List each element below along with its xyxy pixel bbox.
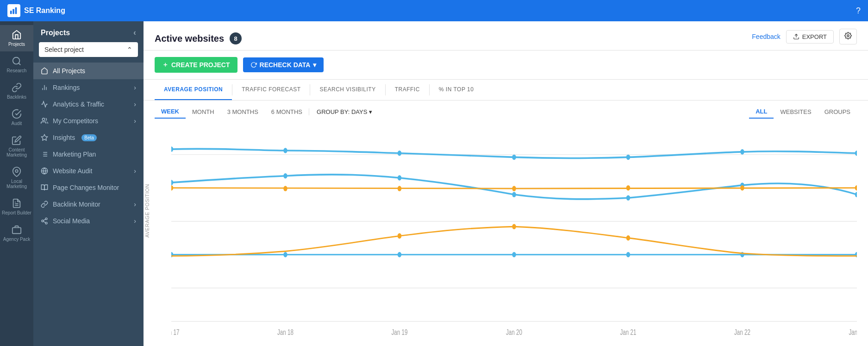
export-button[interactable]: EXPORT bbox=[786, 30, 834, 44]
svg-line-4 bbox=[19, 63, 20, 65]
content-header-right: Feedback EXPORT bbox=[752, 29, 857, 50]
svg-point-58 bbox=[626, 195, 630, 201]
y-axis-label: AVERAGE POSITION bbox=[144, 184, 150, 238]
create-project-button[interactable]: ＋ CREATE PROJECT bbox=[155, 57, 237, 73]
svg-point-57 bbox=[512, 192, 516, 197]
recheck-data-button[interactable]: RECHECK DATA ▾ bbox=[243, 57, 324, 72]
nav-item-report-builder[interactable]: Report Builder bbox=[0, 194, 33, 220]
sidebar-item-all-projects[interactable]: All Projects bbox=[33, 63, 144, 79]
svg-text:Jan 20: Jan 20 bbox=[506, 328, 522, 336]
content-header-left: Active websites 8 bbox=[155, 32, 242, 50]
svg-point-5 bbox=[15, 170, 18, 172]
chart-tab-search-visibility[interactable]: SEARCH VISIBILITY bbox=[310, 80, 385, 100]
svg-line-25 bbox=[44, 221, 46, 223]
recheck-data-label: RECHECK DATA bbox=[260, 61, 311, 69]
select-project-dropdown[interactable]: Select project ⌃ bbox=[39, 42, 138, 57]
svg-point-23 bbox=[42, 220, 44, 222]
svg-point-63 bbox=[398, 186, 401, 191]
nav-item-backlinks[interactable]: Backlinks bbox=[0, 78, 33, 104]
svg-text:Jan 19: Jan 19 bbox=[392, 328, 408, 336]
settings-button[interactable] bbox=[839, 29, 857, 44]
sidebar-item-label: Analytics & Traffic bbox=[53, 101, 104, 108]
nav-item-audit[interactable]: Audit bbox=[0, 104, 33, 131]
nav-label-projects: Projects bbox=[8, 42, 25, 47]
svg-point-77 bbox=[626, 235, 630, 241]
sidebar-item-page-changes-monitor[interactable]: Page Changes Monitor bbox=[33, 179, 144, 196]
nav-item-local-marketing[interactable]: Local Marketing bbox=[0, 162, 33, 194]
svg-point-61 bbox=[171, 185, 173, 191]
sidebar-item-my-competitors[interactable]: My Competitors › bbox=[33, 113, 144, 129]
svg-point-3 bbox=[13, 57, 20, 64]
sidebar-item-website-audit[interactable]: Website Audit › bbox=[33, 163, 144, 179]
svg-point-49 bbox=[398, 151, 401, 156]
svg-point-51 bbox=[626, 155, 630, 160]
svg-point-64 bbox=[512, 186, 516, 191]
help-icon[interactable]: ? bbox=[856, 6, 861, 16]
sidebar-item-backlink-monitor[interactable]: Backlink Monitor › bbox=[33, 196, 144, 213]
chevron-right-icon: › bbox=[134, 201, 136, 208]
chart-tab-traffic-forecast[interactable]: TRAFFIC FORECAST bbox=[232, 80, 310, 100]
svg-rect-8 bbox=[12, 227, 21, 233]
beta-badge: Beta bbox=[81, 134, 97, 141]
nav-label-content-marketing: Content Marketing bbox=[2, 147, 31, 157]
svg-marker-13 bbox=[41, 134, 47, 140]
svg-point-65 bbox=[626, 185, 630, 191]
sidebar-item-label: Social Media bbox=[53, 217, 90, 225]
sidebar-item-marketing-plan[interactable]: Marketing Plan bbox=[33, 146, 144, 163]
view-filters: ALL WEBSITES GROUPS bbox=[749, 105, 857, 119]
group-by-selector[interactable]: GROUP BY: DAYS ▾ bbox=[309, 108, 380, 115]
time-filter-3months[interactable]: 3 MONTHS bbox=[221, 106, 265, 118]
chart-svg: 50 100 150 200 250 Jan 17 Jan 18 Jan 19 … bbox=[171, 128, 857, 341]
nav-item-content-marketing[interactable]: Content Marketing bbox=[0, 131, 33, 162]
svg-point-54 bbox=[171, 180, 173, 185]
nav-item-projects[interactable]: Projects bbox=[0, 25, 33, 51]
sidebar-collapse-icon[interactable]: ‹ bbox=[133, 28, 136, 38]
view-filter-groups[interactable]: GROUPS bbox=[818, 106, 857, 118]
svg-text:Jan 21: Jan 21 bbox=[620, 328, 637, 336]
time-filters: WEEK MONTH 3 MONTHS 6 MONTHS GROUP BY: D… bbox=[155, 105, 380, 119]
sidebar-item-label: All Projects bbox=[53, 67, 85, 75]
sidebar-item-label: My Competitors bbox=[53, 117, 98, 125]
sidebar-item-analytics-traffic[interactable]: Analytics & Traffic › bbox=[33, 96, 144, 113]
sidebar-item-rankings[interactable]: Rankings › bbox=[33, 79, 144, 96]
sidebar-item-insights[interactable]: Insights Beta bbox=[33, 129, 144, 146]
svg-point-62 bbox=[283, 186, 287, 191]
chart-tab-top10[interactable]: % IN TOP 10 bbox=[430, 80, 483, 100]
feedback-link[interactable]: Feedback bbox=[752, 33, 780, 40]
chart-tabs: AVERAGE POSITION TRAFFIC FORECAST SEARCH… bbox=[144, 80, 868, 101]
sidebar-title: Projects bbox=[41, 29, 70, 37]
svg-point-56 bbox=[398, 175, 401, 181]
nav-label-research: Research bbox=[7, 68, 27, 73]
page-title: Active websites bbox=[155, 33, 224, 50]
view-filter-all[interactable]: ALL bbox=[749, 105, 774, 119]
svg-rect-1 bbox=[12, 9, 14, 14]
chart-tab-traffic[interactable]: TRAFFIC bbox=[386, 80, 429, 100]
time-filter-month[interactable]: MONTH bbox=[186, 106, 221, 118]
chevron-down-icon: ▾ bbox=[313, 61, 316, 69]
content-header: Active websites 8 Feedback EXPORT bbox=[144, 21, 868, 50]
view-filter-websites[interactable]: WEBSITES bbox=[774, 106, 818, 118]
sidebar-item-label: Website Audit bbox=[53, 167, 92, 175]
time-filter-6months[interactable]: 6 MONTHS bbox=[265, 106, 309, 118]
svg-text:Jan 22: Jan 22 bbox=[734, 328, 750, 336]
svg-rect-2 bbox=[15, 7, 17, 14]
nav-item-research[interactable]: Research bbox=[0, 51, 33, 78]
time-filter-week[interactable]: WEEK bbox=[155, 105, 186, 119]
nav-label-report-builder: Report Builder bbox=[2, 210, 31, 215]
svg-point-75 bbox=[398, 233, 401, 239]
chevron-right-icon: › bbox=[134, 84, 136, 91]
chart-tab-avg-position[interactable]: AVERAGE POSITION bbox=[155, 80, 232, 100]
svg-point-67 bbox=[855, 185, 857, 191]
svg-point-48 bbox=[283, 148, 287, 153]
svg-point-76 bbox=[512, 224, 516, 229]
sidebar-header: Projects ‹ bbox=[33, 21, 144, 42]
main-content: Active websites 8 Feedback EXPORT ＋ CREA… bbox=[144, 21, 868, 346]
sidebar: Projects ‹ Select project ⌃ All Projects… bbox=[33, 21, 144, 346]
svg-point-70 bbox=[398, 252, 401, 258]
svg-point-53 bbox=[855, 151, 857, 156]
nav-item-agency-pack[interactable]: Agency Pack bbox=[0, 220, 33, 246]
sidebar-item-social-media[interactable]: Social Media › bbox=[33, 213, 144, 229]
chevron-right-icon: › bbox=[134, 117, 136, 125]
chevron-right-icon: › bbox=[134, 101, 136, 108]
svg-line-26 bbox=[44, 219, 46, 220]
